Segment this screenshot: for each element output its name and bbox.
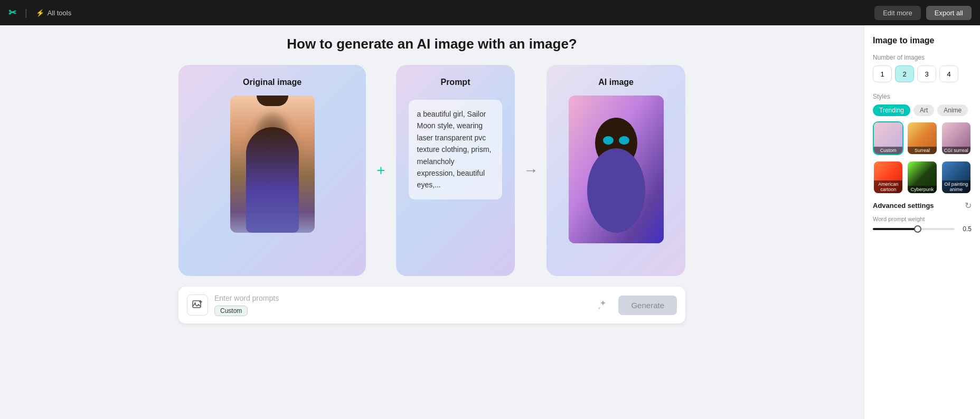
svg-point-3	[603, 136, 614, 145]
card-row: Original image + Prompt a beautiful girl…	[178, 65, 685, 276]
style-item-oilpainting[interactable]: Oil painting anime	[941, 160, 972, 194]
custom-style-badge[interactable]: Custom	[214, 306, 248, 316]
num-btn-1[interactable]: 1	[873, 65, 892, 82]
number-of-images-buttons: 1 2 3 4	[873, 65, 972, 82]
input-text-area[interactable]: Enter word prompts Custom	[214, 294, 587, 316]
edit-more-button[interactable]: Edit more	[874, 6, 921, 20]
style-item-custom[interactable]: Custom	[873, 121, 903, 155]
styles-label: Styles	[873, 93, 972, 100]
image-add-button[interactable]	[187, 294, 208, 316]
number-of-images-label: Number of images	[873, 54, 972, 61]
arrow-separator: →	[523, 162, 538, 179]
original-photo	[230, 96, 315, 233]
generate-button[interactable]: Generate	[618, 296, 677, 315]
plus-separator: +	[376, 162, 385, 179]
style-item-cartoon[interactable]: American cartoon	[873, 160, 903, 194]
topnav: ✂ | ⚡ All tools Edit more Export all	[0, 0, 980, 25]
advanced-settings-title: Advanced settings	[873, 202, 934, 210]
styles-section: Styles Trending Art Anime Custom Surreal…	[873, 93, 972, 194]
style-grid-row2: American cartoon Cyberpunk Oil painting …	[873, 160, 972, 194]
slider-thumb[interactable]	[914, 225, 921, 233]
input-right-actions: Generate	[593, 295, 677, 315]
style-grid-row1: Custom Surreal CGI surreal	[873, 121, 972, 155]
style-tab-trending[interactable]: Trending	[873, 104, 910, 116]
ai-card-title: AI image	[598, 78, 634, 87]
style-item-surreal[interactable]: Surreal	[907, 121, 937, 155]
advanced-settings-section: Advanced settings ↻ Word prompt weight 0…	[873, 201, 972, 233]
panel-title: Image to image	[873, 36, 972, 45]
original-image-card: Original image	[178, 65, 366, 276]
ai-photo-svg	[569, 96, 664, 243]
alltools-icon: ⚡	[36, 9, 44, 17]
input-placeholder: Enter word prompts	[214, 294, 587, 302]
all-tools-button[interactable]: ⚡ All tools	[36, 9, 72, 17]
word-prompt-weight-label: Word prompt weight	[873, 216, 972, 222]
style-tabs: Trending Art Anime	[873, 104, 972, 116]
prompt-card-title: Prompt	[440, 78, 470, 87]
center-area: How to generate an AI image with an imag…	[0, 25, 864, 419]
input-bar: Enter word prompts Custom Generate	[178, 287, 685, 323]
num-btn-3[interactable]: 3	[917, 65, 936, 82]
ai-photo	[569, 96, 664, 243]
style-label-cartoon: American cartoon	[874, 180, 902, 193]
topnav-left: ✂ | ⚡ All tools	[8, 7, 71, 18]
slider-track[interactable]	[873, 228, 955, 230]
advanced-expand-button[interactable]: ↻	[965, 201, 972, 211]
slider-value: 0.5	[959, 225, 972, 233]
advanced-settings-header: Advanced settings ↻	[873, 201, 972, 211]
num-btn-4[interactable]: 4	[939, 65, 958, 82]
nav-divider: |	[25, 7, 27, 18]
style-item-cgisurreal[interactable]: CGI surreal	[941, 121, 972, 155]
person-silhouette	[246, 127, 299, 233]
slider-section: Word prompt weight 0.5	[873, 216, 972, 233]
ai-image-card: AI image	[546, 65, 685, 276]
main-content: How to generate an AI image with an imag…	[0, 25, 980, 419]
num-btn-2[interactable]: 2	[895, 65, 914, 82]
export-all-button[interactable]: Export all	[926, 6, 972, 20]
prompt-card: Prompt a beautiful girl, Sailor Moon sty…	[396, 65, 515, 276]
style-tab-art[interactable]: Art	[913, 104, 934, 116]
page-title: How to generate an AI image with an imag…	[287, 36, 577, 52]
magic-enhance-button[interactable]	[593, 295, 613, 315]
image-add-icon	[192, 299, 203, 311]
style-label-surreal: Surreal	[908, 147, 936, 154]
style-label-custom: Custom	[874, 147, 902, 154]
svg-point-2	[587, 148, 645, 233]
style-label-oilpainting: Oil painting anime	[942, 180, 970, 193]
alltools-label: All tools	[48, 9, 72, 17]
right-panel: Image to image Number of images 1 2 3 4 …	[864, 25, 980, 419]
app-logo: ✂	[8, 7, 16, 18]
topnav-right: Edit more Export all	[874, 6, 972, 20]
original-card-title: Original image	[243, 78, 301, 87]
style-item-cyberpunk[interactable]: Cyberpunk	[907, 160, 937, 194]
style-label-cyberpunk: Cyberpunk	[908, 186, 936, 193]
slider-row: 0.5	[873, 225, 972, 233]
prompt-text: a beautiful girl, Sailor Moon style, wea…	[409, 100, 503, 199]
slider-fill	[873, 228, 918, 230]
style-label-cgisurreal: CGI surreal	[942, 147, 970, 154]
magic-wand-icon	[597, 299, 609, 311]
svg-point-4	[619, 136, 629, 145]
style-tab-anime[interactable]: Anime	[937, 104, 968, 116]
